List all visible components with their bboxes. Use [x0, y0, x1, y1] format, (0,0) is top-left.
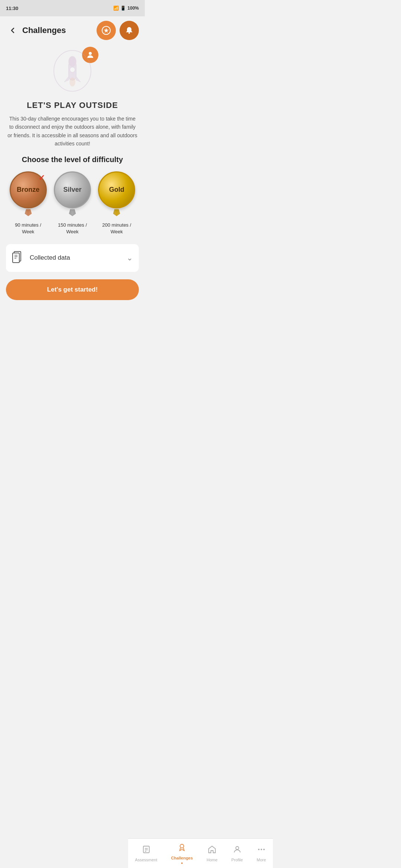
cta-button[interactable]: Let's get started!: [6, 279, 139, 300]
medal-bronze-item[interactable]: Bronze ✓ 90 minutes / Week: [8, 171, 48, 235]
bronze-ribbon: [23, 209, 34, 218]
signal-icon: 📱: [120, 6, 126, 11]
medals-row: Bronze ✓ 90 minutes / Week Silver 150 mi…: [6, 171, 139, 235]
status-icons: 📶 📱 100%: [113, 6, 139, 11]
svg-point-5: [69, 56, 76, 67]
medal-gold-label: Gold: [109, 186, 124, 194]
medal-gold-item[interactable]: Gold 200 minutes / Week: [97, 171, 137, 235]
rocket-illustration: [50, 47, 95, 95]
gold-detail: 200 minutes / Week: [97, 222, 137, 235]
difficulty-heading: Choose the level of difficulty: [22, 155, 123, 164]
svg-point-1: [128, 32, 130, 34]
header-icons: [97, 21, 139, 40]
medal-silver-label: Silver: [63, 186, 81, 194]
collected-data-left: Collected data: [12, 250, 70, 266]
battery-icon: 100%: [127, 6, 139, 11]
svg-marker-7: [76, 76, 81, 82]
main-content: LET'S PLAY OUTSIDE This 30-day challenge…: [0, 43, 145, 308]
back-button[interactable]: [6, 24, 19, 37]
silver-detail: 150 minutes / Week: [52, 222, 92, 235]
badge-button[interactable]: [97, 21, 116, 40]
collected-data-row[interactable]: Collected data ⌄: [6, 244, 139, 272]
page-title: Challenges: [19, 26, 97, 35]
challenge-description: This 30-day challenge encourages you to …: [6, 115, 139, 148]
svg-point-8: [70, 67, 75, 72]
notification-button[interactable]: [120, 21, 139, 40]
gold-ribbon: [111, 209, 122, 218]
medal-gold-circle: Gold: [98, 171, 135, 208]
medal-bronze-label: Bronze: [17, 186, 39, 194]
bronze-detail: 90 minutes / Week: [8, 222, 48, 235]
medal-silver-circle: Silver: [54, 171, 91, 208]
challenge-title: LET'S PLAY OUTSIDE: [27, 101, 118, 110]
medal-silver-item[interactable]: Silver 150 minutes / Week: [52, 171, 92, 235]
chevron-down-icon: ⌄: [127, 253, 133, 262]
silver-ribbon: [67, 209, 78, 218]
check-mark-bronze: ✓: [38, 173, 45, 183]
wifi-icon: 📶: [113, 6, 119, 11]
medal-bronze-circle: Bronze ✓: [10, 171, 47, 208]
svg-point-9: [69, 78, 75, 86]
collected-data-title: Collected data: [30, 254, 70, 262]
status-bar: 11:30 📶 📱 100%: [0, 0, 145, 16]
illustration-area: [6, 43, 139, 97]
svg-marker-6: [64, 76, 69, 82]
data-icon: [12, 250, 25, 266]
header: Challenges: [0, 16, 145, 43]
svg-rect-11: [13, 253, 19, 263]
status-time: 11:30: [6, 6, 18, 11]
